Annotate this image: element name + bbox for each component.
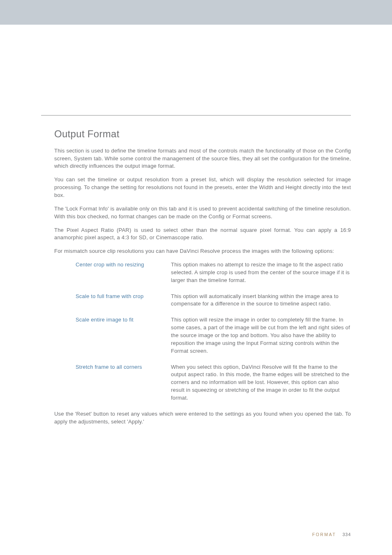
paragraph: You can set the timeline or output resol… (54, 176, 351, 199)
header-bar (0, 0, 392, 25)
option-desc: This option will automatically insert bl… (171, 293, 351, 308)
paragraph: For mismatch source clip resolutions you… (54, 247, 351, 255)
paragraph: This section is used to define the timel… (54, 147, 351, 171)
option-desc: When you select this option, DaVinci Res… (171, 363, 351, 402)
paragraph: The 'Lock Format Info' is available only… (54, 205, 351, 221)
horizontal-rule (41, 115, 351, 116)
footer-page-number: 334 (342, 532, 351, 537)
footer-section-label: FORMAT (312, 532, 336, 537)
content-column: Output Format This section is used to de… (54, 127, 351, 426)
option-row: Center crop with no resizing This option… (76, 261, 351, 284)
page-content: Output Format This section is used to de… (0, 115, 392, 426)
option-row: Scale entire image to fit This option wi… (76, 316, 351, 355)
paragraph: The Pixel Aspect Ratio (PAR) is used to … (54, 227, 351, 242)
section-title: Output Format (54, 127, 351, 141)
paragraph: Use the 'Reset' button to reset any valu… (54, 410, 351, 426)
option-desc: This option makes no attempt to resize t… (171, 261, 351, 284)
option-term: Center crop with no resizing (76, 261, 161, 284)
options-list: Center crop with no resizing This option… (76, 261, 351, 402)
page-footer: FORMAT 334 (312, 532, 351, 538)
option-row: Scale to full frame with crop This optio… (76, 293, 351, 308)
option-desc: This option will resize the image in ord… (171, 316, 351, 355)
option-term: Stretch frame to all corners (76, 363, 161, 402)
option-term: Scale entire image to fit (76, 316, 161, 355)
option-row: Stretch frame to all corners When you se… (76, 363, 351, 402)
option-term: Scale to full frame with crop (76, 293, 161, 308)
